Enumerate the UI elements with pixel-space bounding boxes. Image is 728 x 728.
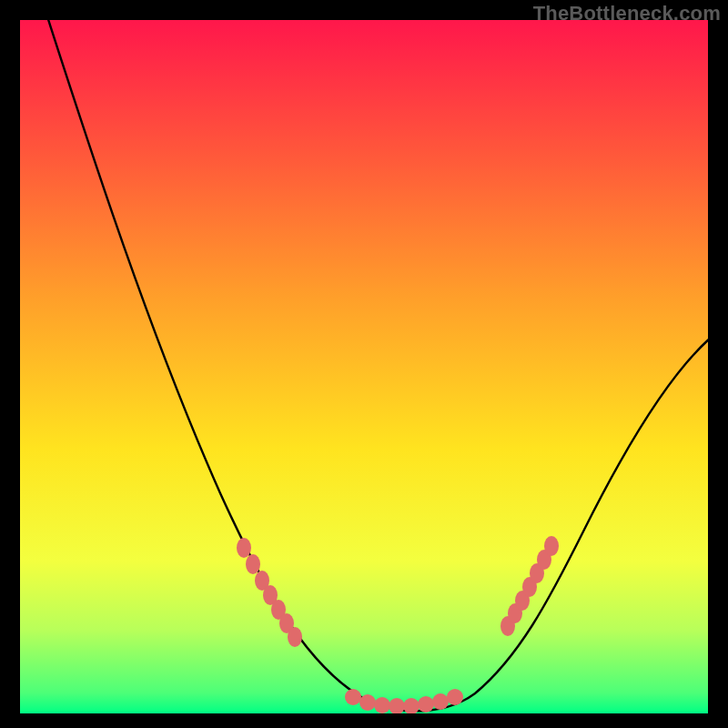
svg-point-9 [374, 697, 390, 713]
svg-point-1 [246, 554, 260, 574]
svg-point-14 [447, 689, 463, 705]
svg-point-10 [389, 698, 405, 713]
watermark-text: TheBottleneck.com [533, 2, 721, 25]
svg-point-6 [288, 627, 302, 647]
svg-point-8 [359, 694, 376, 711]
svg-point-21 [544, 536, 559, 556]
svg-point-7 [345, 689, 361, 705]
svg-point-0 [237, 538, 251, 558]
chart-plot-area [20, 20, 708, 713]
bottleneck-curve [46, 20, 708, 711]
chart-svg [20, 20, 708, 713]
svg-point-11 [403, 698, 420, 713]
highlight-dots [237, 536, 559, 713]
svg-point-12 [418, 696, 434, 713]
svg-point-13 [432, 693, 449, 710]
